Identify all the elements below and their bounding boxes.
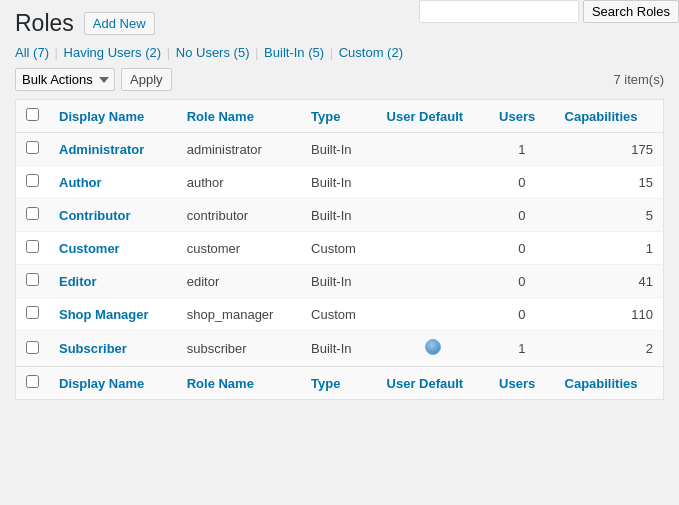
col-capabilities-link[interactable]: Capabilities [565, 109, 638, 124]
col-display-name[interactable]: Display Name [49, 100, 177, 133]
bulk-actions-select[interactable]: Bulk Actions [15, 68, 115, 91]
row-checkbox-cell [16, 133, 50, 166]
cell-capabilities: 175 [555, 133, 664, 166]
cell-capabilities: 110 [555, 298, 664, 331]
cell-user-default [377, 265, 490, 298]
col-display-name-footer[interactable]: Display Name [49, 367, 177, 400]
display-name-link[interactable]: Subscriber [59, 341, 127, 356]
cell-user-default [377, 331, 490, 367]
col-capabilities-footer[interactable]: Capabilities [555, 367, 664, 400]
add-new-button[interactable]: Add New [84, 12, 155, 35]
cell-role-name: customer [177, 232, 301, 265]
display-name-link[interactable]: Author [59, 175, 102, 190]
cell-display-name: Shop Manager [49, 298, 177, 331]
cell-display-name: Contributor [49, 199, 177, 232]
col-user-default-footer[interactable]: User Default [377, 367, 490, 400]
cell-type: Built-In [301, 265, 377, 298]
col-users[interactable]: Users [489, 100, 554, 133]
col-users-link[interactable]: Users [499, 109, 535, 124]
col-users-footer[interactable]: Users [489, 367, 554, 400]
table-header-row: Display Name Role Name Type User Default… [16, 100, 664, 133]
row-checkbox[interactable] [26, 273, 39, 286]
row-checkbox-cell [16, 298, 50, 331]
display-name-link[interactable]: Shop Manager [59, 307, 149, 322]
col-display-name-link[interactable]: Display Name [59, 109, 144, 124]
cell-role-name: shop_manager [177, 298, 301, 331]
table-row: ContributorcontributorBuilt-In05 [16, 199, 664, 232]
cell-role-name: author [177, 166, 301, 199]
cell-users: 1 [489, 133, 554, 166]
row-checkbox[interactable] [26, 306, 39, 319]
select-all-header [16, 100, 50, 133]
row-checkbox[interactable] [26, 341, 39, 354]
filter-built-in[interactable]: Built-In (5) [264, 45, 328, 60]
display-name-link[interactable]: Customer [59, 241, 120, 256]
cell-display-name: Subscriber [49, 331, 177, 367]
table-footer-row: Display Name Role Name Type User Default… [16, 367, 664, 400]
cell-type: Built-In [301, 166, 377, 199]
filter-no-users[interactable]: No Users (5) [176, 45, 253, 60]
cell-users: 0 [489, 199, 554, 232]
row-checkbox-cell [16, 265, 50, 298]
select-all-footer-checkbox[interactable] [26, 375, 39, 388]
table-row: AdministratoradministratorBuilt-In1175 [16, 133, 664, 166]
cell-role-name: subscriber [177, 331, 301, 367]
search-roles-button[interactable]: Search Roles [583, 0, 679, 23]
toolbar: Bulk Actions Apply 7 item(s) [15, 68, 664, 91]
cell-capabilities: 41 [555, 265, 664, 298]
table-row: AuthorauthorBuilt-In015 [16, 166, 664, 199]
row-checkbox[interactable] [26, 141, 39, 154]
globe-icon [425, 339, 441, 355]
sep4: | [330, 45, 337, 60]
search-roles-input[interactable] [419, 0, 579, 23]
col-role-name[interactable]: Role Name [177, 100, 301, 133]
col-role-name-link[interactable]: Role Name [187, 109, 254, 124]
col-type-footer-link[interactable]: Type [311, 376, 340, 391]
table-row: EditoreditorBuilt-In041 [16, 265, 664, 298]
display-name-link[interactable]: Administrator [59, 142, 144, 157]
sep2: | [167, 45, 174, 60]
cell-capabilities: 5 [555, 199, 664, 232]
cell-user-default [377, 166, 490, 199]
select-all-checkbox[interactable] [26, 108, 39, 121]
row-checkbox[interactable] [26, 174, 39, 187]
page-title: Roles [15, 10, 74, 37]
cell-role-name: contributor [177, 199, 301, 232]
col-type-link[interactable]: Type [311, 109, 340, 124]
row-checkbox[interactable] [26, 207, 39, 220]
col-type[interactable]: Type [301, 100, 377, 133]
cell-type: Built-In [301, 133, 377, 166]
row-checkbox[interactable] [26, 240, 39, 253]
cell-display-name: Administrator [49, 133, 177, 166]
col-user-default-link[interactable]: User Default [387, 109, 464, 124]
col-display-name-footer-link[interactable]: Display Name [59, 376, 144, 391]
col-user-default[interactable]: User Default [377, 100, 490, 133]
cell-users: 0 [489, 298, 554, 331]
display-name-link[interactable]: Contributor [59, 208, 130, 223]
apply-button[interactable]: Apply [121, 68, 172, 91]
filter-having-users[interactable]: Having Users (2) [64, 45, 165, 60]
cell-user-default [377, 232, 490, 265]
table-row: SubscribersubscriberBuilt-In12 [16, 331, 664, 367]
filter-all[interactable]: All (7) [15, 45, 53, 60]
cell-users: 0 [489, 166, 554, 199]
row-checkbox-cell [16, 166, 50, 199]
col-type-footer[interactable]: Type [301, 367, 377, 400]
col-role-name-footer[interactable]: Role Name [177, 367, 301, 400]
cell-role-name: administrator [177, 133, 301, 166]
col-users-footer-link[interactable]: Users [499, 376, 535, 391]
item-count: 7 item(s) [613, 72, 664, 87]
col-capabilities[interactable]: Capabilities [555, 100, 664, 133]
cell-capabilities: 2 [555, 331, 664, 367]
sep3: | [255, 45, 262, 60]
sep1: | [55, 45, 62, 60]
filter-custom[interactable]: Custom (2) [339, 45, 403, 60]
col-role-name-footer-link[interactable]: Role Name [187, 376, 254, 391]
display-name-link[interactable]: Editor [59, 274, 97, 289]
col-user-default-footer-link[interactable]: User Default [387, 376, 464, 391]
col-capabilities-footer-link[interactable]: Capabilities [565, 376, 638, 391]
cell-type: Built-In [301, 331, 377, 367]
cell-capabilities: 15 [555, 166, 664, 199]
cell-users: 1 [489, 331, 554, 367]
cell-users: 0 [489, 265, 554, 298]
